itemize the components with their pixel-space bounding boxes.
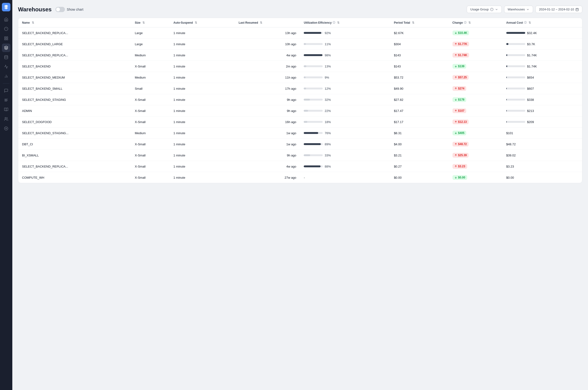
col-utilization[interactable]: Utilization Efficiency ⓘ ⇅ <box>300 18 390 27</box>
cell-period-total: $8.31 <box>390 128 449 139</box>
cell-annual-cost: $0.00 <box>502 172 582 183</box>
cell-annual-cost: $3.7K <box>502 39 582 50</box>
cell-name: SELECT_BACKEND_REPLICA... <box>18 161 131 172</box>
chevron-down-icon-2 <box>526 8 529 11</box>
sidebar-item-messages[interactable] <box>2 86 10 95</box>
sidebar-divider <box>3 83 9 84</box>
info-icon-change: ⓘ <box>464 21 467 24</box>
cell-last-resumed: 16h ago <box>235 116 300 128</box>
date-range-filter[interactable]: 2024-01-12 ~ 2024-02-10 <box>535 6 582 13</box>
table-row[interactable]: SELECT_BACKEND_REPLICA...Medium1 minute4… <box>18 50 582 61</box>
sidebar-item-reports[interactable] <box>2 72 10 80</box>
svg-rect-5 <box>7 39 8 40</box>
table-row[interactable]: BI_XSMALLX-Small1 minute9h ago33%$3.21$2… <box>18 150 582 161</box>
table-row[interactable]: SELECT_BACKEND_STAGINGX-Small1 minute9h … <box>18 94 582 105</box>
cell-name: SELECT_BACKEND_REPLICA... <box>18 27 131 39</box>
cell-utilization: 89% <box>300 139 390 150</box>
warehouses-table: Name ⇅ Size ⇅ Auto-Suspend ⇅ <box>18 18 582 183</box>
table-row[interactable]: SELECT_DOGFOODX-Small1 minute16h ago18%$… <box>18 116 582 128</box>
cell-change: $1.74K <box>449 50 502 61</box>
table-row[interactable]: DBT_CIX-Small1 minute1w ago89%$4.00$48.7… <box>18 139 582 150</box>
sidebar-item-settings[interactable] <box>2 124 10 133</box>
col-period-total[interactable]: Period Total ⇅ <box>390 18 449 27</box>
show-chart-toggle[interactable] <box>56 7 65 12</box>
cell-name: COMPUTE_WH <box>18 172 131 183</box>
cell-change: $107 <box>449 105 502 116</box>
sidebar <box>0 0 12 390</box>
arrow-up-icon <box>454 165 457 168</box>
table-row[interactable]: COMPUTE_WHX-Small1 minute27w ago-$0.00$0… <box>18 172 582 183</box>
main-content: Warehouses Show chart Usage Group Wareho… <box>12 0 588 390</box>
app-logo <box>2 3 10 11</box>
show-chart-label: Show chart <box>67 7 83 11</box>
cell-size: Medium <box>131 72 170 83</box>
cell-auto-suspend: 1 minute <box>170 150 235 161</box>
cell-last-resumed: 4w ago <box>235 161 300 172</box>
cell-auto-suspend: 1 minute <box>170 139 235 150</box>
svg-point-17 <box>6 128 7 129</box>
sort-icon-utilization: ⇅ <box>337 21 340 24</box>
cell-period-total: $17.47 <box>390 105 449 116</box>
sidebar-item-database[interactable] <box>2 53 10 61</box>
sort-icon-annual-cost: ⇅ <box>529 21 531 24</box>
arrow-up-icon <box>454 109 457 112</box>
cell-auto-suspend: 1 minute <box>170 83 235 94</box>
cell-size: Large <box>131 27 170 39</box>
cell-annual-cost: $213 <box>502 105 582 116</box>
cell-auto-suspend: 1 minute <box>170 116 235 128</box>
cell-last-resumed: 27w ago <box>235 172 300 183</box>
sidebar-item-activity[interactable] <box>2 62 10 71</box>
col-auto-suspend[interactable]: Auto-Suspend ⇅ <box>170 18 235 27</box>
table-row[interactable]: SELECT_BACKEND_REPLICA...Large1 minute13… <box>18 27 582 39</box>
cell-period-total: $0.00 <box>390 172 449 183</box>
svg-point-16 <box>5 117 6 119</box>
table-row[interactable]: SELECT_BACKEND_REPLICA...X-Small1 minute… <box>18 161 582 172</box>
sidebar-item-docs[interactable] <box>2 105 10 114</box>
col-name[interactable]: Name ⇅ <box>18 18 131 27</box>
table-row[interactable]: SELECT_BACKEND_LARGELarge1 minute10h ago… <box>18 39 582 50</box>
arrow-up-icon <box>454 76 457 79</box>
cell-change: $10.4K <box>449 27 502 39</box>
info-icon-annual-cost: ⓘ <box>524 21 527 24</box>
header-right: Usage Group Warehouses 2024-01-12 ~ 2024… <box>467 6 582 13</box>
sidebar-item-insights[interactable] <box>2 25 10 33</box>
cell-change: $3.23 <box>449 161 502 172</box>
cell-utilization: - <box>300 172 390 183</box>
sidebar-item-dashboard[interactable] <box>2 34 10 43</box>
svg-rect-3 <box>4 37 6 38</box>
table-row[interactable]: ADMINX-Small1 minute9h ago22%$17.47$107$… <box>18 105 582 116</box>
sort-icon-period-total: ⇅ <box>412 21 414 24</box>
cell-period-total: $143 <box>390 50 449 61</box>
sidebar-item-warehouses[interactable] <box>2 44 10 52</box>
cell-change: $0.00 <box>449 172 502 183</box>
table-row[interactable]: SELECT_BACKEND_SMALLSmall1 minute17h ago… <box>18 83 582 94</box>
sidebar-item-sort[interactable] <box>2 96 10 104</box>
sidebar-item-users[interactable] <box>2 115 10 123</box>
table-row[interactable]: SELECT_BACKENDX-Small1 minute2m ago13%$1… <box>18 61 582 72</box>
cell-annual-cost: $32.4K <box>502 27 582 39</box>
cell-size: Large <box>131 39 170 50</box>
cell-utilization: 98% <box>300 50 390 61</box>
col-change[interactable]: Change ⓘ ⇅ <box>449 18 502 27</box>
usage-group-filter[interactable]: Usage Group <box>467 6 502 13</box>
table-row[interactable]: SELECT_BACKEND_STAGING...Medium1 minute1… <box>18 128 582 139</box>
cell-auto-suspend: 1 minute <box>170 50 235 61</box>
table-body: SELECT_BACKEND_REPLICA...Large1 minute13… <box>18 27 582 183</box>
warehouses-filter-label: Warehouses <box>508 7 525 11</box>
sidebar-item-home[interactable] <box>2 15 10 24</box>
col-last-resumed[interactable]: Last Resumed ⇅ <box>235 18 300 27</box>
warehouses-filter[interactable]: Warehouses <box>504 6 533 13</box>
cell-auto-suspend: 1 minute <box>170 172 235 183</box>
cell-size: X-Small <box>131 161 170 172</box>
table-row[interactable]: SELECT_BACKEND_MEDIUMMedium1 minute11h a… <box>18 72 582 83</box>
arrow-up-icon <box>454 43 457 46</box>
sort-icon-last-resumed: ⇅ <box>260 21 262 24</box>
cell-annual-cost: $1.74K <box>502 50 582 61</box>
svg-point-8 <box>4 56 8 57</box>
cell-auto-suspend: 1 minute <box>170 94 235 105</box>
col-size[interactable]: Size ⇅ <box>131 18 170 27</box>
cell-last-resumed: 4w ago <box>235 50 300 61</box>
cell-utilization: 12% <box>300 83 390 94</box>
col-annual-cost[interactable]: Annual Cost ⓘ ⇅ <box>502 18 582 27</box>
cell-name: SELECT_BACKEND_STAGING... <box>18 128 131 139</box>
